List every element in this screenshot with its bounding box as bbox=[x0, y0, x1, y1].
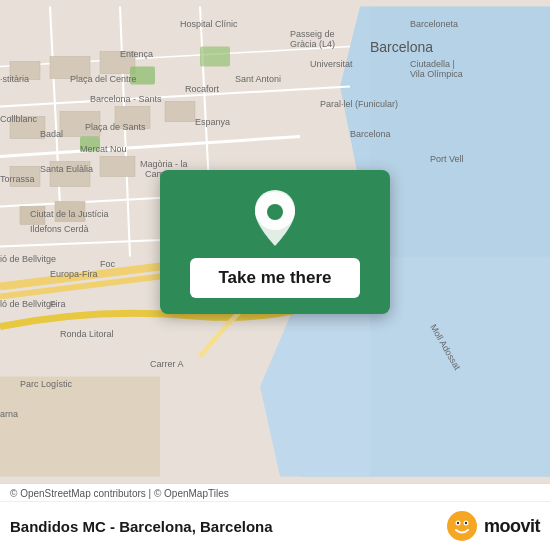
location-pin-icon bbox=[251, 190, 299, 246]
svg-point-70 bbox=[267, 204, 283, 220]
place-row: Bandidos MC - Barcelona, Barcelona moovi… bbox=[0, 502, 550, 550]
app: Barcelona Passeig de Gràcia (L4) Univers… bbox=[0, 0, 550, 550]
map-container: Barcelona Passeig de Gràcia (L4) Univers… bbox=[0, 0, 550, 483]
place-name: Bandidos MC - Barcelona, Barcelona bbox=[10, 518, 273, 535]
take-me-there-card[interactable]: Take me there bbox=[160, 170, 389, 314]
attribution-text: © OpenStreetMap contributors | © OpenMap… bbox=[10, 488, 229, 499]
moovit-logo: moovit bbox=[446, 510, 540, 542]
svg-point-71 bbox=[447, 511, 477, 541]
svg-point-75 bbox=[465, 522, 467, 524]
take-me-there-button[interactable]: Take me there bbox=[190, 258, 359, 298]
moovit-icon bbox=[446, 510, 478, 542]
moovit-text: moovit bbox=[484, 516, 540, 537]
svg-point-74 bbox=[457, 522, 459, 524]
map-overlay: Take me there bbox=[0, 0, 550, 483]
bottom-bar: © OpenStreetMap contributors | © OpenMap… bbox=[0, 483, 550, 550]
attribution-row: © OpenStreetMap contributors | © OpenMap… bbox=[0, 484, 550, 502]
